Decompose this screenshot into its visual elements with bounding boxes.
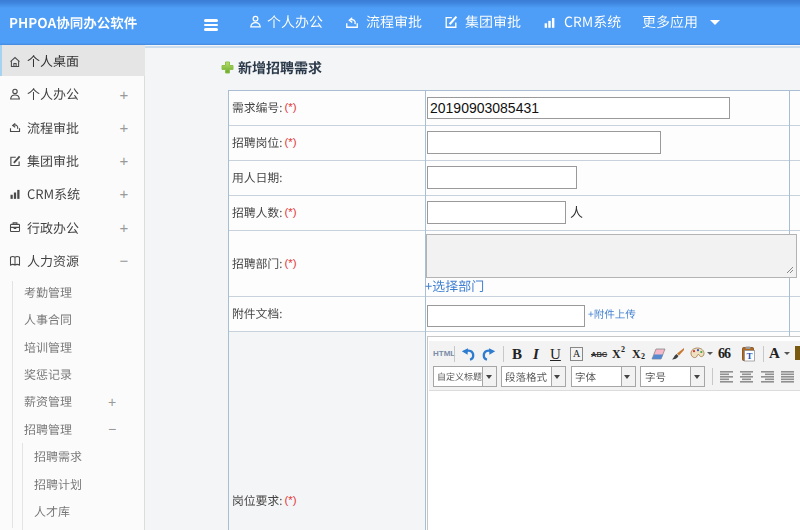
svg-text:T: T	[746, 351, 752, 361]
